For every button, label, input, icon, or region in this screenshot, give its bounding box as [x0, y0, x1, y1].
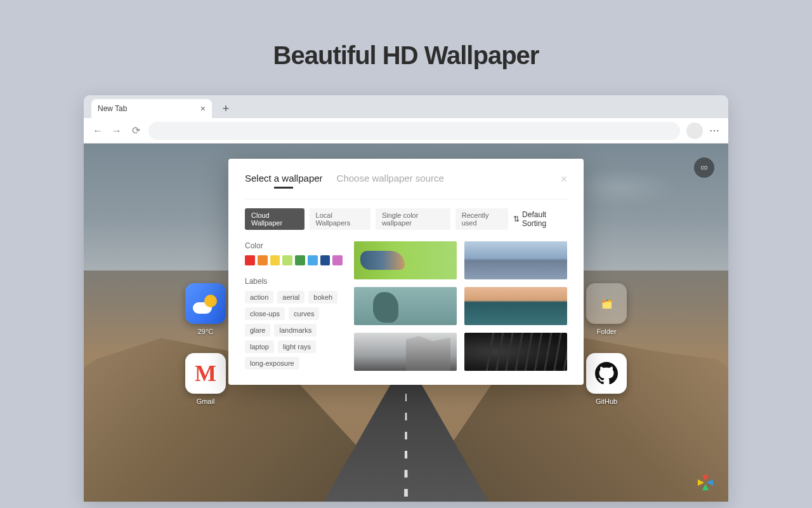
- color-heading: Color: [245, 241, 343, 250]
- color-swatch[interactable]: [332, 255, 343, 265]
- github-icon: [586, 353, 627, 394]
- tab-select-wallpaper[interactable]: Select a wallpaper: [245, 173, 323, 187]
- label-chip[interactable]: glare: [245, 324, 270, 337]
- overflow-menu-icon[interactable]: ⋯: [709, 124, 721, 137]
- tab-choose-source[interactable]: Choose wallpaper source: [337, 173, 444, 187]
- browser-tab[interactable]: New Tab ×: [91, 99, 212, 118]
- wallpaper-thumb[interactable]: [354, 333, 457, 371]
- tab-title: New Tab: [98, 104, 127, 113]
- label-chip[interactable]: close-ups: [245, 307, 285, 320]
- gmail-icon: M: [185, 353, 226, 394]
- label-chip[interactable]: aerial: [277, 291, 304, 304]
- gmail-label: Gmail: [197, 398, 215, 405]
- color-swatches: [245, 255, 343, 265]
- infinity-icon[interactable]: ∞: [694, 157, 714, 178]
- source-row: Cloud Wallpaper Local Wallpapers Single …: [245, 199, 567, 230]
- label-chip[interactable]: landmarks: [274, 324, 317, 337]
- wallpaper-thumb[interactable]: [464, 333, 567, 371]
- close-icon[interactable]: ×: [200, 104, 206, 114]
- new-tab-button[interactable]: +: [218, 101, 233, 116]
- address-bar[interactable]: [148, 122, 680, 140]
- gmail-shortcut[interactable]: M Gmail: [185, 353, 226, 405]
- forward-button[interactable]: →: [110, 125, 123, 137]
- profile-avatar[interactable]: [686, 123, 703, 139]
- weather-icon: [185, 283, 226, 324]
- modal-body: Color Labels action aerial: [245, 241, 567, 371]
- browser-window: New Tab × + ← → ⟳ ⋯ ∞ 29°C: [84, 95, 728, 502]
- modal-header: Select a wallpaper Choose wallpaper sour…: [245, 173, 567, 199]
- label-chip[interactable]: action: [245, 291, 273, 304]
- toolbar: ← → ⟳ ⋯: [84, 118, 728, 144]
- color-swatch[interactable]: [308, 255, 318, 265]
- source-cloud[interactable]: Cloud Wallpaper: [245, 208, 304, 230]
- weather-label: 29°C: [198, 328, 214, 335]
- weather-widget[interactable]: 29°C: [185, 283, 226, 335]
- sort-button[interactable]: ⇅ Default Sorting: [513, 210, 567, 228]
- folder-label: Folder: [596, 328, 616, 335]
- modal-close-icon[interactable]: ×: [560, 173, 567, 186]
- filter-sidebar: Color Labels action aerial: [245, 241, 343, 371]
- wallpaper-thumb[interactable]: [464, 287, 567, 325]
- color-swatch[interactable]: [295, 255, 305, 265]
- folder-icon: 🗂️: [586, 283, 627, 324]
- back-button[interactable]: ←: [91, 125, 104, 137]
- source-recent[interactable]: Recently used: [455, 208, 508, 230]
- label-chip[interactable]: bokeh: [308, 291, 337, 304]
- color-swatch[interactable]: [245, 255, 255, 265]
- label-chips: action aerial bokeh close-ups curves gla…: [245, 291, 343, 370]
- label-chip[interactable]: light rays: [278, 340, 316, 353]
- source-single-color[interactable]: Single color wallpaper: [376, 208, 450, 230]
- reload-button[interactable]: ⟳: [129, 124, 142, 137]
- label-chip[interactable]: long-exposure: [245, 357, 299, 370]
- new-tab-page: ∞ 29°C 🗂️ Folder M Gmail: [84, 144, 728, 502]
- pinwheel-icon[interactable]: [698, 475, 713, 490]
- color-swatch[interactable]: [270, 255, 280, 265]
- color-swatch[interactable]: [258, 255, 268, 265]
- github-shortcut[interactable]: GitHub: [586, 353, 627, 405]
- wallpaper-grid: [354, 241, 567, 371]
- source-local[interactable]: Local Wallpapers: [310, 208, 370, 230]
- wallpaper-thumb[interactable]: [354, 241, 457, 279]
- labels-heading: Labels: [245, 277, 343, 286]
- wallpaper-modal: Select a wallpaper Choose wallpaper sour…: [228, 159, 584, 385]
- color-swatch[interactable]: [282, 255, 292, 265]
- label-chip[interactable]: laptop: [245, 340, 274, 353]
- github-label: GitHub: [596, 398, 617, 405]
- folder-shortcut[interactable]: 🗂️ Folder: [586, 283, 627, 335]
- wallpaper-thumb[interactable]: [354, 287, 457, 325]
- color-swatch[interactable]: [320, 255, 331, 265]
- tab-strip: New Tab × +: [84, 95, 728, 118]
- label-chip[interactable]: curves: [289, 307, 319, 320]
- wallpaper-thumb[interactable]: [464, 241, 567, 279]
- sort-label-text: Default Sorting: [522, 210, 567, 228]
- sort-icon: ⇅: [513, 215, 520, 224]
- hero-title: Beautiful HD Wallpaper: [0, 0, 812, 70]
